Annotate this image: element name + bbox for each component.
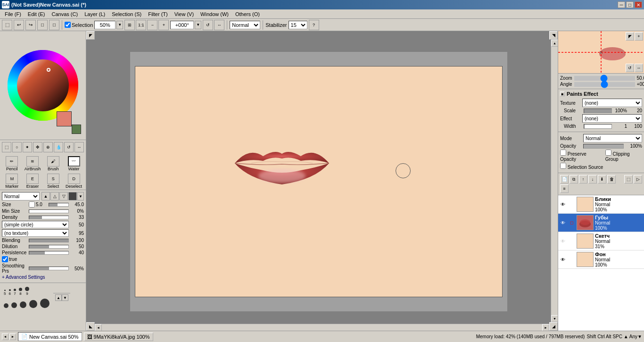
nav-btn-3[interactable]: ↺ xyxy=(626,64,634,72)
layer-src-btn-extra3[interactable]: ≡ xyxy=(560,184,569,193)
brush-shape-hard[interactable]: ▲ xyxy=(41,192,50,200)
titlebar-controls[interactable]: ─ □ ✕ xyxy=(618,1,642,8)
zoom-100[interactable]: 1:1 xyxy=(136,20,146,30)
color-wheel-area[interactable] xyxy=(0,31,86,140)
size-lock-checkbox[interactable] xyxy=(29,201,35,208)
nav-btn-2[interactable]: + xyxy=(635,32,643,41)
paints-effect-collapse[interactable]: ■ xyxy=(560,92,565,96)
density-bar[interactable] xyxy=(29,216,69,219)
angle-down[interactable]: ▼ xyxy=(195,21,201,29)
selection-source-label[interactable]: Selection Source xyxy=(560,163,603,170)
dot-col-8[interactable] xyxy=(20,301,26,308)
flip-tool[interactable]: ↔ xyxy=(74,142,84,152)
panel-scroll-down[interactable]: ▼ xyxy=(62,294,68,301)
layer-lock-sketch[interactable] xyxy=(568,237,575,245)
advanced-settings-row[interactable]: + Advanced Settings xyxy=(2,275,84,280)
canvas-container[interactable] xyxy=(130,52,507,311)
layer-src-btn-extra2[interactable]: ▷ xyxy=(634,175,642,184)
statusbar-scroll-right[interactable] xyxy=(9,334,16,340)
layer-visibility-sketch[interactable]: 👁 xyxy=(559,237,567,245)
paints-effect-header[interactable]: ■ Paints Effect xyxy=(560,91,642,97)
scale-bar[interactable] xyxy=(584,108,612,113)
menu-canvas[interactable]: Canvas (C) xyxy=(49,11,81,17)
size-bar[interactable] xyxy=(49,203,69,207)
menu-filter[interactable]: Filter (T) xyxy=(145,11,171,17)
dot-col-3[interactable]: 7 xyxy=(14,289,16,296)
dilution-bar[interactable] xyxy=(29,245,69,249)
brush-shape-soft[interactable]: ▽ xyxy=(59,192,68,200)
clipping-group-checkbox[interactable] xyxy=(605,150,611,156)
status-tab-ref-image[interactable]: 🖼 9MaYKi8kaVA.jpg 100% xyxy=(84,333,153,341)
hscroll-right[interactable] xyxy=(542,324,549,331)
dot-col-10[interactable] xyxy=(40,299,50,308)
pencil-tool[interactable]: ✏ Pencil xyxy=(2,155,22,172)
layer-mode-select[interactable]: Normal xyxy=(583,134,642,142)
canvas-expand-bottomleft[interactable]: ◣ xyxy=(86,322,95,331)
layer-item-sketch[interactable]: 👁 Скетч Normal 31% xyxy=(558,232,644,250)
lasso-tool[interactable]: ○ xyxy=(12,142,22,152)
layer-opacity-bar[interactable] xyxy=(583,144,624,149)
rotate-canvas-tool[interactable]: ↺ xyxy=(64,142,74,152)
toolbar-btn-5[interactable]: □ xyxy=(49,20,59,30)
dot-col-9[interactable] xyxy=(29,300,37,308)
angle-slider[interactable] xyxy=(574,82,635,87)
move-layer-down-btn[interactable]: ↓ xyxy=(588,175,597,184)
vscroll-up[interactable] xyxy=(551,40,558,47)
panel-scroll-up[interactable]: ▲ xyxy=(55,294,62,301)
layer-lock-bliki[interactable] xyxy=(568,200,575,208)
clipping-group-label[interactable]: Clipping Group xyxy=(605,150,642,162)
eraser-tool[interactable]: E Eraser xyxy=(23,173,43,190)
layer-lock-fon[interactable] xyxy=(568,256,575,263)
dot-col-4[interactable]: 8 xyxy=(19,288,22,296)
statusbar-scroll-left[interactable] xyxy=(2,334,8,340)
canvas-area[interactable]: ◤ ◥ ◣ ◢ xyxy=(86,31,558,331)
stabilizer-select[interactable]: 15 xyxy=(289,21,307,29)
angle-input-container[interactable]: ▼ xyxy=(170,21,201,29)
hscroll-left[interactable] xyxy=(95,324,102,331)
merge-layer-btn[interactable]: ⬇ xyxy=(598,175,606,184)
selection-checkbox[interactable] xyxy=(65,22,71,28)
texture-effect-select[interactable]: (none) xyxy=(582,99,642,107)
toolbar-btn-2[interactable]: ↩ xyxy=(14,20,24,30)
move-layer-up-btn[interactable]: ↑ xyxy=(579,175,587,184)
close-button[interactable]: ✕ xyxy=(635,1,642,8)
zoom-down[interactable]: ▼ xyxy=(116,21,123,29)
dot-col-7[interactable] xyxy=(11,302,17,308)
menu-others[interactable]: Others (O) xyxy=(232,11,263,17)
layer-src-btn-extra[interactable]: ⬚ xyxy=(624,175,633,184)
width-bar[interactable] xyxy=(584,124,612,129)
keep-opacity-checkbox[interactable] xyxy=(2,256,8,262)
selection-source-checkbox[interactable] xyxy=(560,163,566,169)
move-tool[interactable]: ✥ xyxy=(33,142,42,152)
vscroll-track[interactable] xyxy=(551,47,558,315)
layer-item-fon[interactable]: 👁 Фон Normal 100% xyxy=(558,250,644,269)
menu-window[interactable]: Window (W) xyxy=(198,11,231,17)
magic-wand-tool[interactable]: ✦ xyxy=(23,142,32,152)
canvas-expand-topright[interactable]: ◥ xyxy=(549,31,558,40)
persistence-bar[interactable] xyxy=(29,251,69,255)
nav-btn-4[interactable]: ↔ xyxy=(635,64,643,72)
menu-edit[interactable]: Edit (E) xyxy=(25,11,48,17)
smoothing-bar[interactable] xyxy=(29,267,69,270)
texture-select[interactable]: (no texture) xyxy=(2,229,69,237)
zoom-out[interactable]: − xyxy=(147,20,157,30)
zoom-tool[interactable]: ⊕ xyxy=(43,142,53,152)
zoom-in[interactable]: + xyxy=(158,20,169,30)
rotate-reset[interactable]: ↺ xyxy=(203,20,213,30)
toolbar-btn-3[interactable]: ↪ xyxy=(25,20,36,30)
foreground-swatch[interactable] xyxy=(57,111,72,126)
toolbar-btn-4[interactable]: □ xyxy=(37,20,48,30)
blending-bar[interactable] xyxy=(29,239,69,242)
dot-col-5[interactable]: 9 xyxy=(25,287,29,296)
status-tab-new-canvas[interactable]: 📄 New Canvas.sai 50% xyxy=(18,332,82,341)
delete-layer-btn[interactable]: 🗑 xyxy=(607,175,616,184)
zoom-buttons[interactable]: ⊞ 1:1 − + xyxy=(124,20,169,30)
brush-mode-select[interactable]: Normal xyxy=(2,192,40,200)
zoom-input[interactable] xyxy=(94,21,116,29)
dot-col-2[interactable]: 6 xyxy=(8,289,10,296)
drawing-canvas[interactable] xyxy=(135,66,503,297)
menu-layer[interactable]: Layer (L) xyxy=(82,11,108,17)
eyedrop-tool[interactable]: 💧 xyxy=(54,142,63,152)
dot-col-1[interactable]: 5 xyxy=(4,290,6,296)
copy-layer-btn[interactable]: ⧉ xyxy=(570,175,578,184)
